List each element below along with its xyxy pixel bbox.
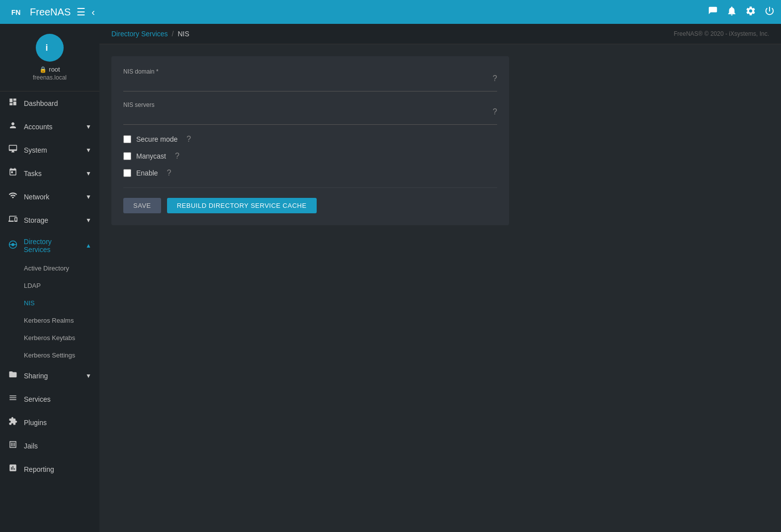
sidebar-item-kerberos-settings[interactable]: Kerberos Settings (0, 347, 99, 364)
enable-label: Enable (136, 169, 158, 177)
sidebar-item-dashboard[interactable]: Dashboard (0, 91, 99, 115)
sidebar-item-storage[interactable]: Storage ▼ (0, 208, 99, 232)
chevron-down-icon: ▼ (86, 372, 91, 379)
sidebar-item-label-jails: Jails (24, 442, 38, 450)
chevron-down-icon: ▼ (86, 147, 91, 154)
sidebar-item-label-tasks: Tasks (24, 170, 42, 177)
topbar-left: FN FreeNAS ☰ ‹ (6, 2, 95, 22)
reporting-icon (8, 463, 18, 475)
copyright-text: FreeNAS® © 2020 - iXsystems, Inc. (674, 30, 769, 37)
form-container: NIS domain * ? NIS servers ? (99, 44, 781, 532)
back-icon[interactable]: ‹ (91, 6, 95, 18)
storage-icon (8, 214, 18, 226)
dashboard-icon (8, 97, 18, 109)
topbar: FN FreeNAS ☰ ‹ (0, 0, 781, 24)
logo: FN FreeNAS (6, 2, 71, 22)
breadcrumb-separator: / (172, 30, 174, 38)
breadcrumb-current: NIS (177, 30, 189, 38)
sidebar-item-kerberos-keytabs[interactable]: Kerberos Keytabs (0, 329, 99, 347)
accounts-icon (8, 121, 18, 132)
sidebar-item-nis[interactable]: NIS (0, 294, 99, 312)
services-icon (8, 393, 18, 405)
logo-text: FreeNAS (30, 6, 71, 18)
tasks-icon (8, 168, 18, 179)
avatar: iX (36, 34, 64, 62)
jails-icon (8, 440, 18, 451)
sidebar-item-plugins[interactable]: Plugins (0, 411, 99, 434)
nis-form-card: NIS domain * ? NIS servers ? (111, 56, 509, 225)
logo-icon: FN (6, 2, 26, 22)
sidebar-item-system[interactable]: System ▼ (0, 138, 99, 162)
sidebar-item-label-plugins: Plugins (24, 419, 47, 427)
sidebar-item-label-directory-services: Directory Services (24, 238, 80, 254)
rebuild-cache-button[interactable]: REBUILD DIRECTORY SERVICE CACHE (167, 198, 317, 213)
chevron-down-icon: ▼ (86, 193, 91, 200)
sidebar-item-label-system: System (24, 146, 47, 154)
enable-help-icon[interactable]: ? (167, 169, 172, 177)
form-buttons: SAVE REBUILD DIRECTORY SERVICE CACHE (123, 198, 497, 213)
nis-servers-row: NIS servers ? (123, 101, 497, 125)
sidebar-item-tasks[interactable]: Tasks ▼ (0, 162, 99, 185)
nis-servers-field: NIS servers ? (123, 101, 497, 125)
sharing-icon (8, 370, 18, 381)
sidebar-item-label-reporting: Reporting (24, 465, 54, 473)
sidebar-item-sharing[interactable]: Sharing ▼ (0, 364, 99, 387)
settings-icon[interactable] (745, 5, 756, 19)
main-layout: iX 🔒 root freenas.local Dashboard Accoun… (0, 24, 781, 532)
form-divider (123, 187, 497, 188)
nis-domain-field: NIS domain * ? (123, 68, 497, 91)
secure-mode-checkbox[interactable] (123, 135, 131, 143)
sidebar-item-accounts[interactable]: Accounts ▼ (0, 115, 99, 138)
manycast-checkbox[interactable] (123, 152, 131, 160)
user-hostname: freenas.local (33, 74, 67, 81)
sidebar-item-label-storage: Storage (24, 216, 48, 224)
chevron-down-icon: ▼ (86, 123, 91, 130)
sidebar-item-services[interactable]: Services (0, 387, 99, 411)
notes-icon[interactable] (707, 5, 718, 19)
sidebar-item-ldap[interactable]: LDAP (0, 277, 99, 294)
nis-domain-row: NIS domain * ? (123, 68, 497, 91)
svg-rect-7 (14, 443, 15, 446)
svg-rect-5 (11, 443, 12, 446)
sidebar-item-kerberos-realms[interactable]: Kerberos Realms (0, 312, 99, 329)
sidebar-item-label-dashboard: Dashboard (24, 99, 58, 107)
sidebar-item-label-services: Services (24, 395, 51, 403)
plugins-icon (8, 417, 18, 428)
sidebar: iX 🔒 root freenas.local Dashboard Accoun… (0, 24, 99, 532)
secure-mode-row: Secure mode ? (123, 135, 497, 144)
sidebar-item-directory-services[interactable]: Directory Services ▲ (0, 232, 99, 260)
menu-icon[interactable]: ☰ (77, 6, 86, 18)
network-icon (8, 191, 18, 202)
sidebar-item-active-directory[interactable]: Active Directory (0, 260, 99, 277)
enable-checkbox[interactable] (123, 169, 131, 177)
nis-domain-help-icon[interactable]: ? (493, 74, 497, 83)
sidebar-item-network[interactable]: Network ▼ (0, 185, 99, 208)
sidebar-item-label-sharing: Sharing (24, 372, 48, 380)
sidebar-item-jails[interactable]: Jails (0, 434, 99, 457)
nis-servers-input[interactable] (123, 110, 210, 122)
manycast-help-icon[interactable]: ? (175, 152, 179, 161)
content-area: Directory Services / NIS FreeNAS® © 2020… (99, 24, 781, 532)
user-name: 🔒 root (39, 66, 60, 73)
nis-servers-label: NIS servers (123, 101, 489, 108)
save-button[interactable]: SAVE (123, 198, 161, 213)
breadcrumb-parent[interactable]: Directory Services (111, 30, 168, 38)
secure-mode-label: Secure mode (136, 135, 177, 143)
nis-domain-input[interactable] (123, 77, 210, 89)
directory-services-icon (8, 240, 18, 252)
nis-servers-help-icon[interactable]: ? (493, 107, 497, 116)
nis-domain-label: NIS domain * (123, 68, 489, 75)
breadcrumb-bar: Directory Services / NIS FreeNAS® © 2020… (99, 24, 781, 44)
manycast-label: Manycast (136, 152, 166, 160)
sidebar-nav: Dashboard Accounts ▼ System ▼ (0, 91, 99, 532)
svg-text:FN: FN (11, 8, 21, 16)
breadcrumb: Directory Services / NIS (111, 30, 189, 38)
manycast-row: Manycast ? (123, 152, 497, 161)
secure-mode-help-icon[interactable]: ? (186, 135, 191, 144)
bell-icon[interactable] (726, 5, 737, 19)
system-icon (8, 144, 18, 156)
enable-row: Enable ? (123, 169, 497, 177)
power-icon[interactable] (764, 5, 775, 19)
sidebar-item-label-accounts: Accounts (24, 123, 53, 131)
sidebar-item-reporting[interactable]: Reporting (0, 457, 99, 481)
